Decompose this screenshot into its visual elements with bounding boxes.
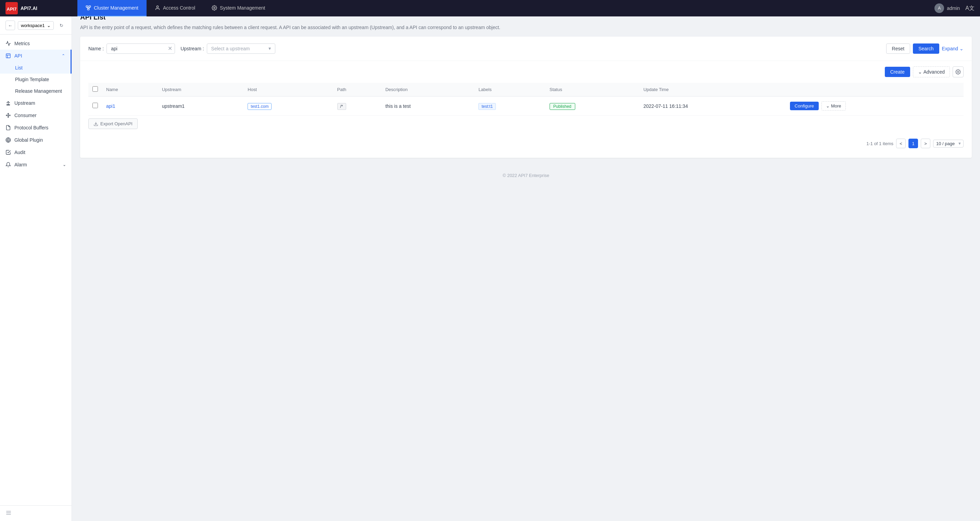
consumer-icon — [5, 113, 11, 118]
export-icon — [94, 122, 98, 126]
clear-name-button[interactable]: ✕ — [168, 46, 172, 51]
nav-right: A admin A文 — [934, 3, 975, 13]
search-bar: Name : ✕ Upstream : Select a upstream ▼ … — [80, 37, 972, 61]
row-description-cell: this is a test — [381, 97, 474, 116]
upstream-search-field: Upstream : Select a upstream ▼ — [180, 43, 275, 54]
alarm-icon — [5, 162, 11, 167]
advanced-label: Advanced — [923, 69, 945, 75]
sidebar-subitem-release-management[interactable]: Release Management — [0, 85, 72, 97]
api-name-link[interactable]: api1 — [106, 103, 115, 109]
workspace-select[interactable]: workspace1 ⌄ — [18, 21, 54, 30]
language-button[interactable]: A文 — [965, 5, 975, 12]
svg-point-16 — [8, 115, 9, 116]
row-checkbox[interactable] — [92, 103, 98, 108]
name-input-wrap: ✕ — [107, 43, 175, 54]
create-button[interactable]: Create — [885, 67, 910, 77]
user-menu[interactable]: A admin — [934, 3, 960, 13]
nav-tab-system[interactable]: System Management — [204, 0, 273, 16]
nav-tab-access[interactable]: Access Control — [146, 0, 204, 16]
next-page-button[interactable]: > — [921, 139, 930, 148]
svg-point-9 — [156, 6, 158, 8]
upstream-select-wrap: Select a upstream ▼ — [207, 43, 275, 54]
metrics-icon — [5, 41, 11, 46]
back-button[interactable]: ← — [5, 21, 15, 30]
sidebar-item-upstream[interactable]: Upstream — [0, 97, 72, 109]
expand-label: Expand — [942, 46, 958, 51]
api-chevron-icon: ⌃ — [62, 53, 65, 58]
path-badge: /* — [337, 103, 346, 110]
row-path-cell: /* — [333, 97, 382, 116]
export-label: Export OpenAPI — [100, 121, 132, 126]
nav-tab-cluster-label: Cluster Management — [94, 5, 138, 11]
configure-button[interactable]: Configure — [790, 102, 819, 110]
svg-point-19 — [8, 113, 9, 114]
col-update-time: Update Time — [639, 83, 786, 97]
chevron-down-icon: ⌄ — [918, 69, 922, 75]
sidebar-item-alarm-label: Alarm — [14, 162, 27, 167]
sidebar-item-api[interactable]: API ⌃ — [0, 50, 72, 62]
row-update-time-cell: 2022-07-11 16:11:34 — [639, 97, 786, 116]
sidebar-item-api-label: API — [14, 53, 22, 59]
sidebar-subitem-list[interactable]: List — [0, 62, 72, 74]
sidebar-item-upstream-label: Upstream — [14, 100, 35, 106]
upstream-value: upstream1 — [162, 103, 185, 109]
nav-tab-cluster[interactable]: Cluster Management — [77, 0, 146, 16]
footer-text: © 2022 API7 Enterprise — [503, 173, 549, 178]
sidebar-item-protocol-buffers[interactable]: Protocol Buffers — [0, 122, 72, 134]
main-content: Cluster Management / API / List API List… — [72, 0, 980, 505]
upstream-select[interactable]: Select a upstream — [207, 43, 275, 54]
avatar: A — [934, 3, 944, 13]
sidebar-item-consumer[interactable]: Consumer — [0, 109, 72, 122]
svg-point-18 — [6, 115, 7, 116]
row-labels-cell: test:t1 — [474, 97, 545, 116]
sidebar-item-audit[interactable]: Audit — [0, 146, 72, 159]
table-body: api1 upstream1 test1.com /* this is a te — [88, 97, 964, 116]
protocol-icon — [5, 125, 11, 130]
logo-text: API7.AI — [21, 5, 37, 11]
svg-point-10 — [214, 7, 215, 9]
export-button[interactable]: Export OpenAPI — [88, 118, 138, 129]
sidebar-nav: Metrics API ⌃ List Plugin Template Relea… — [0, 35, 72, 505]
prev-page-button[interactable]: < — [896, 139, 906, 148]
export-area: Export OpenAPI — [88, 116, 964, 135]
sidebar-item-protocol-label: Protocol Buffers — [14, 125, 48, 130]
search-button[interactable]: Search — [913, 43, 939, 54]
page-1-button[interactable]: 1 — [908, 139, 918, 148]
logo-area: API7 API7.AI — [5, 2, 77, 14]
description-value: this is a test — [385, 103, 410, 109]
global-plugin-icon — [5, 137, 11, 143]
table-row: api1 upstream1 test1.com /* this is a te — [88, 97, 964, 116]
list-label: List — [15, 65, 22, 70]
sidebar-item-metrics[interactable]: Metrics — [0, 37, 72, 50]
more-button[interactable]: ⌄ More — [821, 101, 846, 111]
advanced-button[interactable]: ⌄ Advanced — [913, 67, 950, 77]
col-labels: Labels — [474, 83, 545, 97]
page-size-select[interactable]: 10 / page 20 / page 50 / page — [933, 140, 964, 148]
sidebar: ← workspace1 ⌄ ↻ Metrics API ⌃ Lis — [0, 16, 72, 505]
name-input[interactable] — [107, 43, 175, 54]
select-all-checkbox[interactable] — [92, 86, 98, 92]
sidebar-item-global-plugin-label: Global Plugin — [14, 137, 43, 143]
username: admin — [947, 5, 960, 11]
select-all-cell — [88, 83, 102, 97]
row-host-cell: test1.com — [243, 97, 333, 116]
status-badge: Published — [550, 103, 575, 110]
refresh-button[interactable]: ↻ — [57, 21, 66, 30]
upstream-icon — [5, 100, 11, 106]
reset-button[interactable]: Reset — [886, 43, 910, 54]
label-badge: test:t1 — [478, 103, 496, 110]
page-size-wrap: 10 / page 20 / page 50 / page ▼ — [933, 140, 964, 148]
col-status: Status — [546, 83, 639, 97]
sidebar-subitem-plugin-template[interactable]: Plugin Template — [0, 74, 72, 85]
row-actions: Configure ⌄ More — [790, 101, 959, 111]
col-actions — [786, 83, 964, 97]
nav-tab-system-label: System Management — [220, 5, 265, 11]
pagination: 1-1 of 1 items < 1 > 10 / page 20 / page… — [88, 135, 964, 152]
svg-text:API7: API7 — [7, 6, 17, 12]
release-management-label: Release Management — [15, 88, 62, 94]
system-icon — [212, 5, 217, 11]
expand-button[interactable]: Expand ⌄ — [942, 43, 964, 54]
sidebar-item-global-plugin[interactable]: Global Plugin — [0, 134, 72, 146]
sidebar-item-alarm[interactable]: Alarm ⌄ — [0, 159, 72, 171]
table-settings-button[interactable] — [953, 67, 964, 77]
